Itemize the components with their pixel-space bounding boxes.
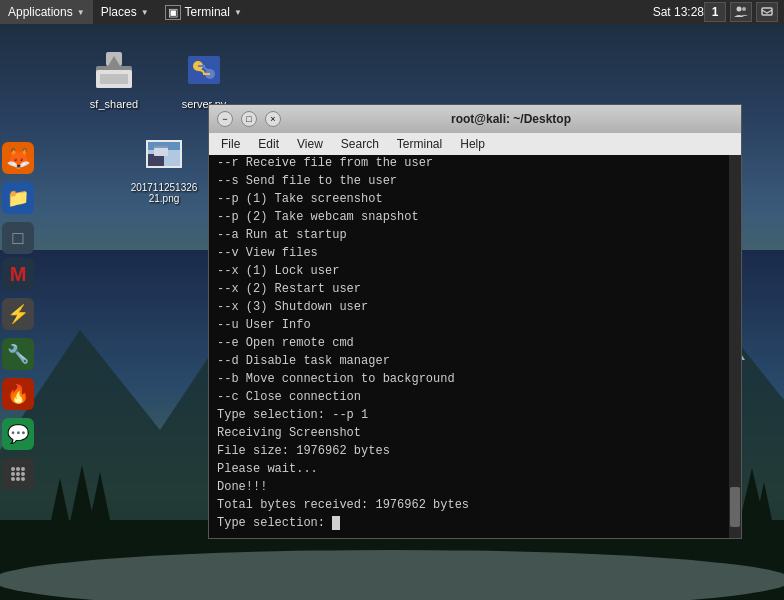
notifications-icon[interactable] bbox=[756, 2, 778, 22]
minimize-button[interactable]: − bbox=[217, 111, 233, 127]
icon-sf-shared[interactable]: sf_shared bbox=[78, 46, 150, 110]
terminal-scrollbar[interactable] bbox=[729, 155, 741, 538]
users-icon[interactable] bbox=[730, 2, 752, 22]
firefox-icon: 🦊 bbox=[6, 146, 31, 170]
maximize-button[interactable]: □ bbox=[241, 111, 257, 127]
svg-point-39 bbox=[11, 467, 15, 471]
minimize-icon: − bbox=[222, 114, 227, 124]
sidebar-m[interactable]: M bbox=[2, 258, 34, 290]
close-button[interactable]: × bbox=[265, 111, 281, 127]
close-icon: × bbox=[270, 114, 275, 124]
terminal-window: − □ × root@kali: ~/Desktop File Edit Vie… bbox=[208, 104, 742, 539]
terminal-icon-small: ▣ bbox=[165, 5, 181, 20]
svg-point-19 bbox=[742, 7, 746, 11]
terminal-line: --c Close connection bbox=[217, 388, 733, 406]
menu-file[interactable]: File bbox=[213, 135, 248, 153]
server-py-img bbox=[180, 46, 228, 94]
svg-rect-24 bbox=[100, 74, 128, 84]
terminal-line: Total bytes received: 1976962 bytes bbox=[217, 496, 733, 514]
terminal-menubar: File Edit View Search Terminal Help bbox=[209, 133, 741, 155]
menu-edit[interactable]: Edit bbox=[250, 135, 287, 153]
chat-icon: 💬 bbox=[7, 423, 29, 445]
tool-icon: 🔧 bbox=[7, 343, 29, 365]
screenshot-img bbox=[140, 130, 188, 178]
terminal-cursor bbox=[332, 516, 340, 530]
svg-point-43 bbox=[16, 472, 20, 476]
sidebar-blank[interactable]: □ bbox=[2, 222, 34, 254]
zap-icon: ⚡ bbox=[7, 303, 29, 325]
terminal-line: --p (2) Take webcam snapshot bbox=[217, 208, 733, 226]
taskbar-right: 1 bbox=[704, 2, 784, 22]
sidebar-grid[interactable] bbox=[2, 458, 34, 490]
terminal-line: --s Send file to the user bbox=[217, 172, 733, 190]
svg-point-46 bbox=[16, 477, 20, 481]
terminal-label: Terminal bbox=[185, 5, 230, 19]
terminal-caret: ▼ bbox=[234, 8, 242, 17]
terminal-line: --e Open remote cmd bbox=[217, 334, 733, 352]
grid-icon bbox=[8, 464, 28, 484]
taskbar: Applications ▼ Places ▼ ▣ Terminal ▼ Sat… bbox=[0, 0, 784, 24]
terminal-menu-item[interactable]: ▣ Terminal ▼ bbox=[157, 0, 250, 24]
terminal-line: Type selection: bbox=[217, 514, 733, 532]
sidebar-firefox[interactable]: 🦊 bbox=[2, 142, 34, 174]
workspace-indicator[interactable]: 1 bbox=[704, 2, 726, 22]
svg-point-45 bbox=[11, 477, 15, 481]
menu-help[interactable]: Help bbox=[452, 135, 493, 153]
svg-rect-27 bbox=[106, 67, 122, 70]
terminal-titlebar: − □ × root@kali: ~/Desktop bbox=[209, 105, 741, 133]
taskbar-left: Applications ▼ Places ▼ ▣ Terminal ▼ bbox=[0, 0, 653, 24]
terminal-title: root@kali: ~/Desktop bbox=[289, 112, 733, 126]
terminal-line: Type selection: --p 1 bbox=[217, 406, 733, 424]
terminal-scroll-thumb[interactable] bbox=[730, 487, 740, 527]
svg-point-18 bbox=[737, 7, 742, 12]
svg-point-41 bbox=[21, 467, 25, 471]
icon-server-py[interactable]: server.py bbox=[168, 46, 240, 110]
terminal-line: --r Receive file from the user bbox=[217, 155, 733, 172]
terminal-line: --d Disable task manager bbox=[217, 352, 733, 370]
menu-view[interactable]: View bbox=[289, 135, 331, 153]
menu-terminal[interactable]: Terminal bbox=[389, 135, 450, 153]
terminal-line: --x (3) Shutdown user bbox=[217, 298, 733, 316]
svg-rect-29 bbox=[188, 56, 220, 84]
terminal-line: File size: 1976962 bytes bbox=[217, 442, 733, 460]
applications-menu[interactable]: Applications ▼ bbox=[0, 0, 93, 24]
sidebar-files[interactable]: 📁 bbox=[2, 182, 34, 214]
taskbar-datetime: Sat 13:28 bbox=[653, 5, 704, 19]
sidebar-chat[interactable]: 💬 bbox=[2, 418, 34, 450]
menu-search[interactable]: Search bbox=[333, 135, 387, 153]
svg-rect-38 bbox=[154, 146, 168, 148]
places-label: Places bbox=[101, 5, 137, 19]
svg-marker-15 bbox=[70, 465, 94, 522]
sidebar-zap[interactable]: ⚡ bbox=[2, 298, 34, 330]
terminal-line: --u User Info bbox=[217, 316, 733, 334]
sf-shared-label: sf_shared bbox=[90, 98, 138, 110]
sf-shared-img bbox=[90, 46, 138, 94]
applications-caret: ▼ bbox=[77, 8, 85, 17]
terminal-line: Please wait... bbox=[217, 460, 733, 478]
svg-point-17 bbox=[0, 550, 784, 600]
terminal-line: --p (1) Take screenshot bbox=[217, 190, 733, 208]
sidebar-flame[interactable]: 🔥 bbox=[2, 378, 34, 410]
maximize-icon: □ bbox=[246, 114, 251, 124]
places-menu[interactable]: Places ▼ bbox=[93, 0, 157, 24]
places-caret: ▼ bbox=[141, 8, 149, 17]
terminal-body[interactable]: --o Open a website--r Receive file from … bbox=[209, 155, 741, 538]
svg-point-44 bbox=[21, 472, 25, 476]
svg-marker-14 bbox=[50, 478, 70, 525]
terminal-line: --b Move connection to background bbox=[217, 370, 733, 388]
svg-point-40 bbox=[16, 467, 20, 471]
blank-icon: □ bbox=[13, 228, 24, 249]
files-icon: 📁 bbox=[7, 187, 29, 209]
icon-screenshot[interactable]: 20171125132621.png bbox=[128, 130, 200, 204]
desktop: Applications ▼ Places ▼ ▣ Terminal ▼ Sat… bbox=[0, 0, 784, 600]
applications-label: Applications bbox=[8, 5, 73, 19]
terminal-line: Receiving Screenshot bbox=[217, 424, 733, 442]
svg-point-47 bbox=[21, 477, 25, 481]
terminal-line: Done!!! bbox=[217, 478, 733, 496]
sidebar-tool[interactable]: 🔧 bbox=[2, 338, 34, 370]
terminal-line: --v View files bbox=[217, 244, 733, 262]
screenshot-label: 20171125132621.png bbox=[128, 182, 200, 204]
terminal-line: --a Run at startup bbox=[217, 226, 733, 244]
terminal-line: --x (2) Restart user bbox=[217, 280, 733, 298]
m-icon: M bbox=[10, 263, 27, 286]
